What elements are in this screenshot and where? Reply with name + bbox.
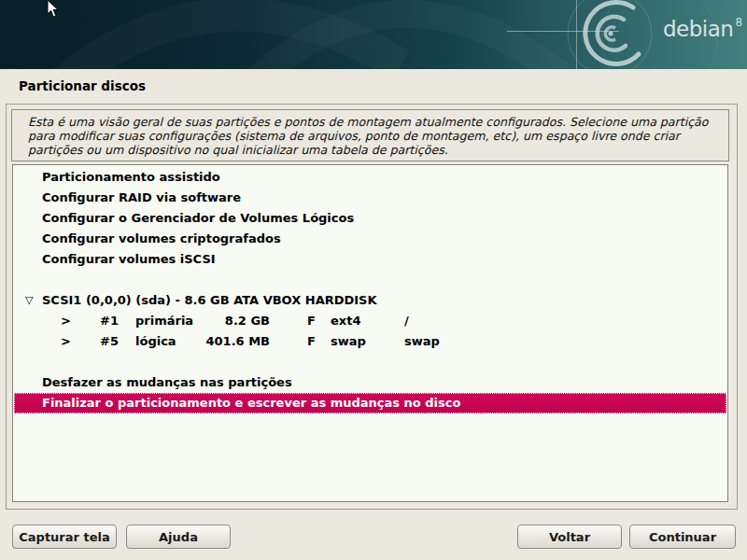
list-item-label: Configurar RAID via software <box>42 188 241 208</box>
list-item-assisted-partitioning[interactable]: Particionamento assistido <box>14 167 726 188</box>
list-item-configure-encrypted[interactable]: Configurar volumes criptografados <box>14 229 726 249</box>
debian-installer-window: debian8 Particionar discos Esta é uma vi… <box>0 0 747 560</box>
debian-logo-text: debian8 <box>663 17 742 41</box>
list-item-finish-partitioning[interactable]: Finalizar o particionamento e escrever a… <box>14 393 726 413</box>
partition-number: #5 <box>100 331 119 352</box>
partition-filesystem: ext4 <box>331 311 360 331</box>
list-item-configure-iscsi[interactable]: Configurar volumes iSCSI <box>14 249 726 270</box>
disk-row[interactable]: ▽ SCSI1 (0,0,0) (sda) - 8.6 GB ATA VBOX … <box>14 290 726 311</box>
list-item-label: Finalizar o particionamento e escrever a… <box>42 394 460 413</box>
list-item-configure-raid[interactable]: Configurar RAID via software <box>14 188 726 208</box>
partition-size: 401.6 MB <box>182 331 270 352</box>
partition-format-flag: F <box>307 331 316 352</box>
debian-version: 8 <box>735 16 741 29</box>
partition-filesystem: swap <box>331 331 366 352</box>
list-item-label: Configurar o Gerenciador de Volumes Lógi… <box>42 208 354 229</box>
list-item-configure-lvm[interactable]: Configurar o Gerenciador de Volumes Lógi… <box>14 208 726 229</box>
partition-row[interactable]: > #5 lógica 401.6 MB F swap swap <box>14 331 726 352</box>
continue-button[interactable]: Continuar <box>629 525 736 549</box>
partition-type: lógica <box>135 331 176 352</box>
debian-swirl-logo <box>0 0 747 69</box>
partition-arrow-icon: > <box>61 331 71 352</box>
banner: debian8 <box>0 0 747 69</box>
expander-icon[interactable]: ▽ <box>25 290 33 311</box>
screenshot-button[interactable]: Capturar tela <box>12 525 117 549</box>
partition-number: #1 <box>100 311 119 331</box>
partition-size: 8.2 GB <box>182 311 270 331</box>
mouse-cursor-icon <box>47 0 60 19</box>
partition-mount-point: / <box>404 311 409 331</box>
description-panel: Esta é uma visão geral de suas partições… <box>11 109 729 161</box>
partition-row[interactable]: > #1 primária 8.2 GB F ext4 / <box>14 311 726 331</box>
partition-arrow-icon: > <box>61 311 71 331</box>
list-item-label: Configurar volumes criptografados <box>42 229 281 249</box>
list-item-label: Desfazer as mudanças nas partições <box>42 372 292 393</box>
list-item-label: Configurar volumes iSCSI <box>42 249 216 270</box>
list-item-label: Particionamento assistido <box>42 167 220 188</box>
page-title: Particionar discos <box>19 78 146 93</box>
partition-mount-point: swap <box>404 331 440 352</box>
partition-list: Particionamento assistido Configurar RAI… <box>12 164 728 502</box>
help-button[interactable]: Ajuda <box>126 525 231 549</box>
list-item-undo-changes[interactable]: Desfazer as mudanças nas partições <box>14 372 726 393</box>
partition-format-flag: F <box>307 311 316 331</box>
back-button[interactable]: Voltar <box>517 525 622 549</box>
disk-label: SCSI1 (0,0,0) (sda) - 8.6 GB ATA VBOX HA… <box>42 290 377 311</box>
